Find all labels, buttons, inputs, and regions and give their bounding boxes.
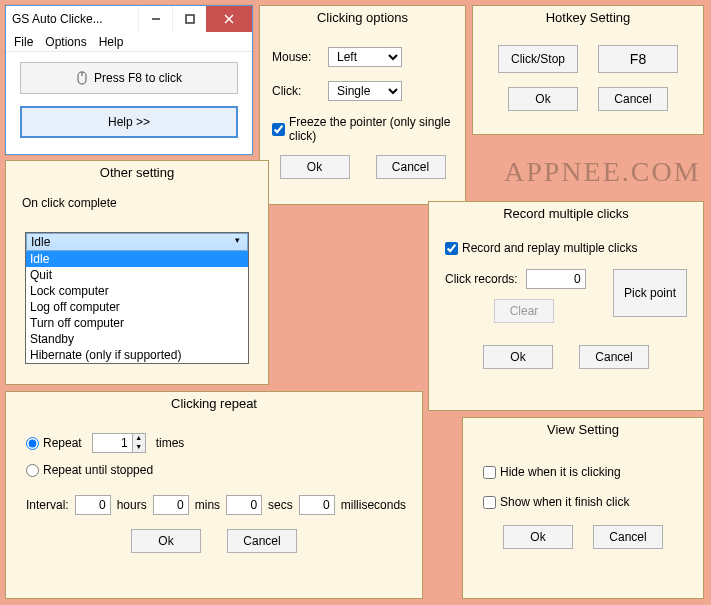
mouse-label: Mouse: xyxy=(272,50,314,64)
app-window: GS Auto Clicke... File Options Help Pres… xyxy=(5,5,253,155)
spin-up-icon[interactable]: ▲ xyxy=(133,434,145,443)
clicking-options-panel: Clicking options Mouse: Left Click: Sing… xyxy=(259,5,466,205)
hours-input[interactable] xyxy=(75,495,111,515)
minimize-button[interactable] xyxy=(138,6,172,32)
menu-file[interactable]: File xyxy=(14,35,33,49)
records-value[interactable] xyxy=(526,269,586,289)
hide-label: Hide when it is clicking xyxy=(500,465,621,479)
panel-body: Mouse: Left Click: Single Freeze the poi… xyxy=(260,31,465,187)
repeat-times-spinner[interactable]: ▲▼ xyxy=(92,433,146,453)
cancel-button[interactable]: Cancel xyxy=(593,525,663,549)
on-click-dropdown[interactable]: Idle ▾ Idle Quit Lock computer Log off c… xyxy=(25,232,249,364)
dropdown-item[interactable]: Idle xyxy=(26,251,248,267)
show-label: Show when it finish click xyxy=(500,495,629,509)
pick-point-button[interactable]: Pick point xyxy=(613,269,687,317)
spin-down-icon[interactable]: ▼ xyxy=(133,443,145,452)
ok-button[interactable]: Ok xyxy=(280,155,350,179)
times-label: times xyxy=(156,436,185,450)
record-enable-label: Record and replay multiple clicks xyxy=(462,241,637,255)
hide-checkbox[interactable]: Hide when it is clicking xyxy=(483,465,683,479)
hotkey-panel: Hotkey Setting Click/Stop F8 Ok Cancel xyxy=(472,5,704,135)
freeze-label: Freeze the pointer (only single click) xyxy=(289,115,453,143)
interval-label: Interval: xyxy=(26,498,69,512)
show-checkbox[interactable]: Show when it finish click xyxy=(483,495,683,509)
cancel-button[interactable]: Cancel xyxy=(376,155,446,179)
records-label: Click records: xyxy=(445,272,518,286)
repeat-times-input[interactable] xyxy=(92,433,132,453)
repeat-label: Repeat xyxy=(43,436,82,450)
show-input[interactable] xyxy=(483,496,496,509)
maximize-button[interactable] xyxy=(172,6,206,32)
ms-input[interactable] xyxy=(299,495,335,515)
watermark: APPNEE.COM xyxy=(504,156,701,188)
repeat-until-input[interactable] xyxy=(26,464,39,477)
menu-help[interactable]: Help xyxy=(99,35,124,49)
dropdown-item[interactable]: Log off computer xyxy=(26,299,248,315)
ok-button[interactable]: Ok xyxy=(508,87,578,111)
record-enable-input[interactable] xyxy=(445,242,458,255)
cancel-button[interactable]: Cancel xyxy=(227,529,297,553)
record-enable-checkbox[interactable]: Record and replay multiple clicks xyxy=(445,241,687,255)
repeat-n-input[interactable] xyxy=(26,437,39,450)
cancel-button[interactable]: Cancel xyxy=(579,345,649,369)
click-label: Click: xyxy=(272,84,314,98)
view-panel: View Setting Hide when it is clicking Sh… xyxy=(462,417,704,599)
press-to-click-button[interactable]: Press F8 to click xyxy=(20,62,238,94)
panel-body: On click complete xyxy=(6,186,268,228)
help-label: Help >> xyxy=(108,115,150,129)
close-button[interactable] xyxy=(206,6,252,32)
panel-body: Record and replay multiple clicks Click … xyxy=(429,227,703,377)
app-body: Press F8 to click Help >> xyxy=(6,52,252,148)
maximize-icon xyxy=(185,14,195,24)
dropdown-item[interactable]: Lock computer xyxy=(26,283,248,299)
menu-options[interactable]: Options xyxy=(45,35,86,49)
secs-input[interactable] xyxy=(226,495,262,515)
on-click-label: On click complete xyxy=(22,196,252,210)
close-icon xyxy=(224,14,234,24)
hide-input[interactable] xyxy=(483,466,496,479)
freeze-checkbox[interactable]: Freeze the pointer (only single click) xyxy=(272,115,453,143)
ok-button[interactable]: Ok xyxy=(483,345,553,369)
repeat-n-radio[interactable]: Repeat ▲▼ times xyxy=(26,433,402,453)
dropdown-item[interactable]: Hibernate (only if supported) xyxy=(26,347,248,363)
cancel-button[interactable]: Cancel xyxy=(598,87,668,111)
panel-title: Clicking options xyxy=(260,6,465,31)
panel-body: Repeat ▲▼ times Repeat until stopped Int… xyxy=(6,417,422,563)
record-panel: Record multiple clicks Record and replay… xyxy=(428,201,704,411)
press-label: Press F8 to click xyxy=(94,71,182,85)
panel-body: Hide when it is clicking Show when it fi… xyxy=(463,443,703,561)
panel-title: View Setting xyxy=(463,418,703,443)
help-button[interactable]: Help >> xyxy=(20,106,238,138)
cursor-icon xyxy=(76,71,88,85)
freeze-input[interactable] xyxy=(272,123,285,136)
ok-button[interactable]: Ok xyxy=(131,529,201,553)
clickstop-button[interactable]: Click/Stop xyxy=(498,45,578,73)
repeat-panel: Clicking repeat Repeat ▲▼ times Repeat u… xyxy=(5,391,423,599)
dropdown-item[interactable]: Turn off computer xyxy=(26,315,248,331)
hotkey-display[interactable]: F8 xyxy=(598,45,678,73)
until-label: Repeat until stopped xyxy=(43,463,153,477)
panel-title: Other setting xyxy=(6,161,268,186)
minimize-icon xyxy=(151,14,161,24)
clear-button[interactable]: Clear xyxy=(494,299,554,323)
panel-title: Record multiple clicks xyxy=(429,202,703,227)
titlebar: GS Auto Clicke... xyxy=(6,6,252,32)
svg-rect-1 xyxy=(186,15,194,23)
panel-title: Hotkey Setting xyxy=(473,6,703,31)
window-title: GS Auto Clicke... xyxy=(6,6,138,32)
mins-input[interactable] xyxy=(153,495,189,515)
click-select[interactable]: Single xyxy=(328,81,402,101)
mouse-select[interactable]: Left xyxy=(328,47,402,67)
panel-title: Clicking repeat xyxy=(6,392,422,417)
ok-button[interactable]: Ok xyxy=(503,525,573,549)
repeat-until-radio[interactable]: Repeat until stopped xyxy=(26,463,402,477)
panel-body: Click/Stop F8 Ok Cancel xyxy=(473,31,703,119)
dropdown-item[interactable]: Standby xyxy=(26,331,248,347)
dropdown-selected[interactable]: Idle ▾ xyxy=(26,233,248,251)
dropdown-item[interactable]: Quit xyxy=(26,267,248,283)
menubar: File Options Help xyxy=(6,32,252,52)
chevron-down-icon: ▾ xyxy=(229,235,245,245)
